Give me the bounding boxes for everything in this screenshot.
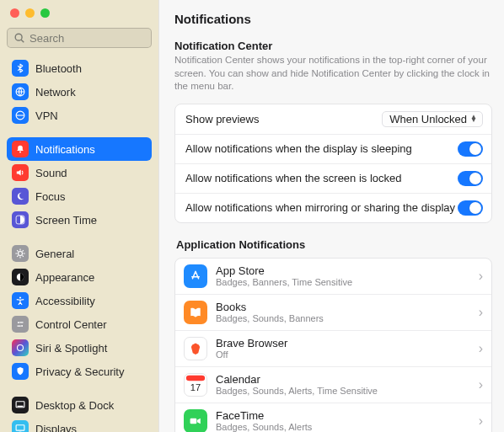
sidebar-item-siri-spotlight-icon	[12, 339, 29, 356]
sidebar-item-focus-icon	[12, 188, 29, 205]
sidebar-item-appearance-icon	[12, 269, 29, 285]
sidebar-item-displays[interactable]: Displays	[7, 417, 152, 432]
app-row[interactable]: BooksBadges, Sounds, Banners›	[175, 294, 491, 330]
sidebar-item-displays-icon	[12, 420, 29, 432]
svg-rect-13	[18, 406, 24, 407]
search-icon	[13, 32, 25, 44]
svg-rect-18	[186, 375, 205, 381]
notification-center-heading: Notification Center	[174, 40, 492, 52]
popup-value: When Unlocked	[389, 113, 467, 125]
sidebar-item-network-icon	[12, 83, 29, 100]
app-subtitle: Badges, Sounds, Banners	[216, 313, 470, 323]
chevron-right-icon: ›	[479, 306, 483, 319]
app-name: Books	[216, 301, 470, 313]
app-icon	[184, 409, 207, 432]
setting-row-2: Allow notifications when the screen is l…	[175, 163, 491, 193]
svg-rect-20	[190, 418, 197, 423]
sidebar-item-label: General	[35, 248, 74, 260]
app-icon: 17	[184, 373, 207, 397]
svg-line-1	[21, 40, 24, 42]
app-name: Brave Browser	[216, 337, 470, 349]
setting-switch-3[interactable]	[458, 200, 483, 216]
app-row[interactable]: App StoreBadges, Banners, Time Sensitive…	[175, 259, 491, 294]
sidebar-item-label: Bluetooth	[35, 62, 82, 75]
chevron-right-icon: ›	[479, 414, 483, 428]
svg-point-0	[15, 34, 22, 40]
close-window-button[interactable]	[10, 8, 19, 18]
sidebar-item-bluetooth-icon	[12, 60, 29, 77]
minimize-window-button[interactable]	[25, 8, 35, 18]
app-subtitle: Badges, Sounds, Alerts, Time Sensitive	[216, 386, 470, 396]
fullscreen-window-button[interactable]	[40, 8, 50, 18]
sidebar-item-network[interactable]: Network	[7, 80, 152, 104]
chevron-right-icon: ›	[479, 269, 483, 283]
svg-point-10	[21, 325, 23, 327]
svg-point-11	[18, 345, 24, 351]
app-name: Calendar	[216, 373, 470, 386]
app-icon	[184, 301, 207, 324]
sidebar-item-label: Desktop & Dock	[35, 399, 114, 412]
sidebar-item-label: Notifications	[35, 143, 95, 156]
sidebar-item-label: Appearance	[35, 271, 94, 284]
setting-switch-1[interactable]	[458, 141, 483, 157]
popup-stepper-icon: ▲▼	[470, 115, 477, 123]
svg-point-8	[19, 296, 21, 298]
sidebar-item-control-center[interactable]: Control Center	[7, 312, 152, 336]
sidebar-item-privacy-security[interactable]: Privacy & Security	[7, 360, 152, 383]
app-row[interactable]: 17CalendarBadges, Sounds, Alerts, Time S…	[175, 366, 491, 403]
sidebar-item-siri-spotlight[interactable]: Siri & Spotlight	[7, 336, 152, 360]
setting-row-1: Allow notifications when the display is …	[175, 134, 491, 163]
sidebar-item-general[interactable]: General	[7, 242, 152, 265]
app-name: App Store	[216, 264, 470, 277]
sidebar-item-vpn[interactable]: VPN	[7, 104, 152, 127]
sidebar-item-label: Displays	[35, 423, 77, 433]
sidebar-item-label: Screen Time	[35, 214, 97, 227]
setting-switch-2[interactable]	[458, 171, 483, 186]
app-subtitle: Badges, Banners, Time Sensitive	[216, 277, 470, 287]
content-pane: Notifications Notification Center Notifi…	[158, 0, 504, 432]
sidebar-item-label: VPN	[35, 109, 58, 122]
sidebar-item-appearance[interactable]: Appearance	[7, 265, 152, 289]
sidebar-item-sound[interactable]: Sound	[7, 161, 152, 184]
chevron-right-icon: ›	[479, 378, 483, 392]
setting-label: Allow notifications when the display is …	[185, 142, 412, 155]
setting-label: Show previews	[185, 113, 259, 125]
app-row[interactable]: Brave BrowserOff›	[175, 330, 491, 366]
sidebar-item-privacy-security-icon	[12, 363, 29, 380]
sidebar-item-accessibility-icon	[12, 292, 29, 309]
sidebar-item-desktop-dock[interactable]: Desktop & Dock	[7, 393, 152, 417]
sidebar-item-label: Network	[35, 86, 76, 99]
sidebar-item-vpn-icon	[12, 107, 29, 124]
show-previews-popup[interactable]: When Unlocked▲▼	[382, 111, 483, 127]
general-settings-card: Show previewsWhen Unlocked▲▼Allow notifi…	[174, 104, 492, 223]
app-row[interactable]: FaceTimeBadges, Sounds, Alerts›	[175, 403, 491, 432]
sidebar-item-screen-time-icon	[12, 211, 29, 228]
setting-label: Allow notifications when mirroring or sh…	[185, 201, 455, 214]
sidebar: BluetoothNetworkVPNNotificationsSoundFoc…	[0, 0, 158, 432]
svg-point-6	[19, 252, 23, 256]
svg-point-9	[18, 322, 19, 323]
svg-rect-14	[16, 425, 24, 430]
app-subtitle: Badges, Sounds, Alerts	[216, 422, 470, 432]
sidebar-item-bluetooth[interactable]: Bluetooth	[7, 56, 152, 80]
sidebar-item-general-icon	[12, 245, 29, 262]
app-subtitle: Off	[216, 349, 470, 360]
search-input[interactable]	[7, 28, 152, 48]
sidebar-item-label: Sound	[35, 167, 67, 179]
page-title: Notifications	[174, 12, 492, 26]
sidebar-item-focus[interactable]: Focus	[7, 184, 152, 208]
sidebar-item-control-center-icon	[12, 316, 29, 333]
svg-text:17: 17	[190, 381, 201, 392]
sidebar-item-screen-time[interactable]: Screen Time	[7, 208, 152, 232]
setting-label: Allow notifications when the screen is l…	[185, 172, 402, 184]
sidebar-item-notifications-icon	[12, 141, 29, 157]
chevron-right-icon: ›	[479, 342, 483, 355]
sidebar-item-label: Control Center	[35, 318, 107, 331]
sidebar-item-accessibility[interactable]: Accessibility	[7, 289, 152, 312]
app-icon	[184, 337, 207, 360]
app-icon	[184, 264, 207, 288]
sidebar-item-desktop-dock-icon	[12, 397, 29, 413]
sidebar-item-notifications[interactable]: Notifications	[7, 137, 152, 161]
setting-row-0: Show previewsWhen Unlocked▲▼	[175, 104, 491, 134]
search-field	[7, 28, 152, 48]
